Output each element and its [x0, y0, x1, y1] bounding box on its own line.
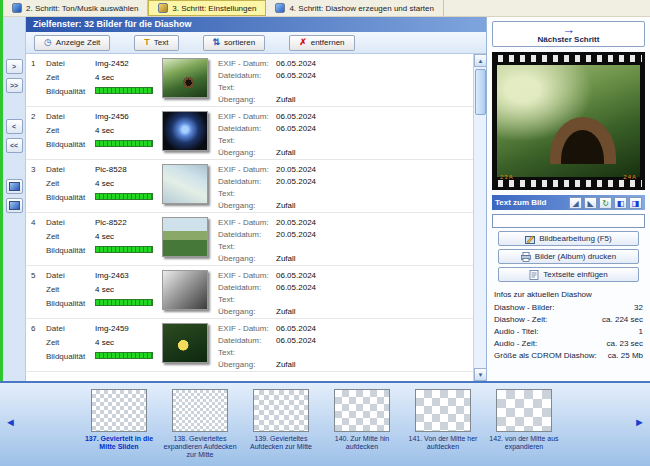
transition-preview [334, 389, 390, 432]
image-row-6[interactable]: 6 Datei Zeit Bildqualität Img-2459 4 sec… [26, 319, 473, 372]
file-date-label: Dateidatum: [218, 230, 270, 239]
transition-caption: 138. Gevierteltes expandieren Aufdecken … [161, 435, 239, 459]
transition-item-139[interactable]: 139. Gevierteltes Aufdecken zur Mitte [242, 389, 320, 459]
info-row: Diashow - Bilder: 32 [494, 303, 643, 312]
row-number: 1 [31, 58, 46, 106]
datei-label: Datei [46, 218, 95, 227]
datei-label: Datei [46, 324, 95, 333]
move-all-right-button[interactable]: >> [6, 78, 23, 93]
datei-label: Datei [46, 59, 95, 68]
transition-caption: 139. Gevierteltes Aufdecken zur Mitte [242, 435, 320, 451]
move-right-button[interactable]: > [6, 59, 23, 74]
bilder-drucken-button[interactable]: Bilder (Album) drucken [498, 249, 639, 264]
text-value [276, 189, 471, 198]
bildbearbeitung-label: Bildbearbeitung (F5) [539, 234, 611, 243]
file-name: Img-2459 [95, 324, 162, 333]
transition-strip: ◄ ► 137. Geviertelt in die Mitte Sliden … [0, 381, 650, 466]
next-step-label: Nächster Schritt [538, 35, 600, 44]
image-thumbnail[interactable] [162, 58, 208, 98]
text-value [276, 83, 471, 92]
info-label: Größe als CDROM Diashow: [494, 351, 597, 360]
display-time: 4 sec [95, 179, 162, 188]
next-step-button[interactable]: → Nächster Schritt [492, 21, 645, 47]
row-number: 3 [31, 164, 46, 212]
image-row-5[interactable]: 5 Datei Zeit Bildqualität Img-2463 4 sec… [26, 266, 473, 319]
image-row-2[interactable]: 2 Datei Zeit Bildqualität Img-2456 4 sec… [26, 107, 473, 160]
transition-item-140[interactable]: 140. Zur Mitte hin aufdecken [323, 389, 401, 459]
transitions-prev-icon[interactable]: ◄ [3, 413, 18, 431]
display-time: 4 sec [95, 126, 162, 135]
move-all-left-button[interactable]: << [6, 138, 23, 153]
transition-caption: 141. Von der Mitte her aufdecken [404, 435, 482, 451]
tab-label: 3. Schritt: Einstellungen [172, 4, 256, 13]
exif-date: 06.05.2024 [276, 112, 471, 121]
anzeige-zeit-label: Anzeige Zeit [56, 38, 100, 47]
transition-item-142[interactable]: 142. von der Mitte aus expandieren [485, 389, 563, 459]
bildqualitaet-label: Bildqualität [46, 140, 95, 149]
zeit-label: Zeit [46, 232, 95, 241]
transition-label: Übergang: [218, 307, 270, 316]
text-zum-bild-label: Text zum Bild [495, 198, 567, 207]
transition-item-138[interactable]: 138. Gevierteltes expandieren Aufdecken … [161, 389, 239, 459]
tab-step4-create[interactable]: 4. Schritt: Diashow erzeugen und starten [266, 0, 444, 16]
rotate-icon[interactable]: ↻ [599, 197, 612, 209]
transition-item-141[interactable]: 141. Von der Mitte her aufdecken [404, 389, 482, 459]
film-marking-left: 23A [500, 174, 514, 180]
transitions-next-icon[interactable]: ► [632, 413, 647, 431]
exif-date: 20.05.2024 [276, 218, 471, 227]
image-thumbnail[interactable] [162, 270, 208, 310]
transition-items: 137. Geviertelt in die Mitte Sliden 138.… [80, 389, 572, 459]
info-value: ca. 224 sec [602, 315, 643, 324]
image-row-1[interactable]: 1 Datei Zeit Bildqualität Img-2452 4 sec… [26, 54, 473, 107]
tab-step2-audio[interactable]: 2. Schritt: Ton/Musik auswählen [3, 0, 148, 16]
preview-image[interactable] [497, 65, 640, 177]
tab-step3-settings[interactable]: 3. Schritt: Einstellungen [148, 0, 266, 16]
exif-date-label: EXIF - Datum: [218, 59, 270, 68]
flip-down-icon[interactable]: ◢ [569, 197, 582, 209]
scrollbar-thumb[interactable] [475, 69, 486, 115]
flip-up-icon[interactable]: ◣ [584, 197, 597, 209]
film-icon [9, 201, 20, 210]
move-left-button[interactable]: < [6, 119, 23, 134]
list-scrollbar[interactable]: ▲ ▼ [473, 54, 486, 381]
image-thumbnail[interactable] [162, 164, 208, 204]
diashow-infos: Infos zur aktuellen Diashow Diashow - Bi… [494, 290, 643, 360]
image-thumbnail[interactable] [162, 323, 208, 363]
edit-icon [525, 234, 535, 244]
mirror-vertical-icon[interactable]: ◨ [629, 197, 642, 209]
bildbearbeitung-button[interactable]: Bildbearbeitung (F5) [498, 231, 639, 246]
image-text-input[interactable] [492, 214, 645, 228]
datei-label: Datei [46, 271, 95, 280]
entfernen-label: entfernen [311, 38, 345, 47]
image-thumbnail[interactable] [162, 111, 208, 151]
transition-item-137[interactable]: 137. Geviertelt in die Mitte Sliden [80, 389, 158, 459]
image-row-3[interactable]: 3 Datei Zeit Bildqualität Pic-8528 4 sec… [26, 160, 473, 213]
anzeige-zeit-button[interactable]: ◷ Anzeige Zeit [34, 35, 110, 51]
file-date-label: Dateidatum: [218, 336, 270, 345]
bildqualitaet-label: Bildqualität [46, 299, 95, 308]
display-time: 4 sec [95, 232, 162, 241]
file-date-label: Dateidatum: [218, 124, 270, 133]
bildqualitaet-label: Bildqualität [46, 87, 95, 96]
play-step-icon [275, 3, 285, 13]
film-tool-button[interactable] [6, 198, 23, 213]
sortieren-button[interactable]: ⇅ sortieren [203, 35, 266, 51]
text-label: Text: [218, 242, 270, 251]
textseite-einfuegen-button[interactable]: Textseite einfügen [498, 267, 639, 282]
transition-value: Zufall [276, 254, 471, 263]
transition-preview [91, 389, 147, 432]
right-panel: → Nächster Schritt 23A 24A Text zum Bild… [486, 17, 650, 381]
transition-value: Zufall [276, 148, 471, 157]
file-date: 20.05.2024 [276, 177, 471, 186]
text-button[interactable]: T Text [134, 35, 178, 51]
mirror-horizontal-icon[interactable]: ◧ [614, 197, 627, 209]
entfernen-button[interactable]: ✗ entfernen [289, 35, 354, 51]
image-row-4[interactable]: 4 Datei Zeit Bildqualität Pic-8522 4 sec… [26, 213, 473, 266]
file-name: Pic-8522 [95, 218, 162, 227]
photo-tool-button[interactable] [6, 179, 23, 194]
step-tabbar: 2. Schritt: Ton/Musik auswählen 3. Schri… [3, 0, 650, 17]
image-thumbnail[interactable] [162, 217, 208, 257]
quality-bar [95, 193, 153, 200]
text-value [276, 348, 471, 357]
transition-value: Zufall [276, 95, 471, 104]
